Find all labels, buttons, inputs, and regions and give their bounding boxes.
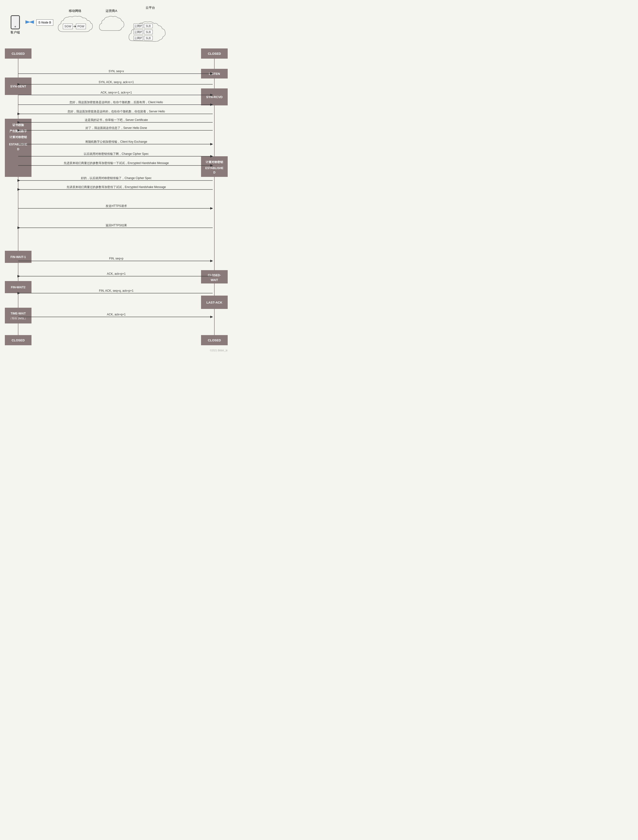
carrier-cloud: 运营商A [98, 9, 125, 36]
svg-text:ACK, ack=p+1: ACK, ack=p+1 [107, 272, 126, 275]
svg-text:SLB: SLB [146, 30, 151, 33]
svg-text:SGW: SGW [65, 25, 71, 28]
svg-text:ACK, ack=q+1: ACK, ack=q+1 [107, 313, 126, 316]
signal-arrow [25, 18, 34, 27]
client-label: 客户端 [10, 30, 20, 35]
cloud-platform: 云平台 公网IP SLB 公网IP SLB 公网IP SLB [128, 6, 172, 44]
cloud-platform-label: 云平台 [128, 6, 172, 10]
svg-text:FIN-WAIT-1: FIN-WAIT-1 [10, 255, 26, 259]
svg-marker-1 [29, 21, 34, 24]
svg-text:SLB: SLB [146, 36, 151, 40]
svg-text:计算对称密钥: 计算对称密钥 [9, 135, 27, 139]
svg-text:SYN-SENT: SYN-SENT [10, 85, 26, 88]
cloud-svg-carrier [98, 14, 125, 35]
svg-text:SYN-RCVD: SYN-RCVD [206, 95, 223, 99]
svg-text:您好，我这面加密套路是这样的，也给你个随机数，你也留着，Se: 您好，我这面加密套路是这样的，也给你个随机数，你也留着，Server Hello [67, 110, 165, 113]
svg-text:ESTABLISHE: ESTABLISHE [9, 143, 27, 146]
svg-text:这是我的证书，你审核一下吧，Server Certifica: 这是我的证书，你审核一下吧，Server Certificate [85, 118, 148, 122]
svg-text:CLOSED: CLOSED [12, 339, 25, 342]
mobile-network-label: 移动网络 [56, 9, 95, 13]
svg-text:TIME-WAIT: TIME-WAIT [11, 312, 26, 315]
svg-text:FIN-WAIT2: FIN-WAIT2 [11, 286, 25, 289]
svg-text:CLOSED: CLOSED [208, 339, 221, 342]
svg-text:CLOSED: CLOSED [12, 52, 25, 55]
svg-text:计算对称密钥: 计算对称密钥 [206, 160, 223, 164]
svg-text:返回HTTPS结果: 返回HTTPS结果 [106, 224, 127, 227]
svg-text:好的，以后就用对称密钥传输了，Change Cipher S: 好的，以后就用对称密钥传输了，Change Cipher Spec [81, 176, 152, 180]
svg-text:FIN, seq=p: FIN, seq=p [109, 257, 123, 260]
page-container: 客户端 E-Node B 移动网络 SGW [0, 0, 232, 353]
svg-text:ACK, seq=x+1, ack=y+1: ACK, seq=x+1, ack=y+1 [101, 91, 132, 94]
svg-text:PGW: PGW [77, 25, 85, 28]
carrier-label: 运营商A [98, 9, 125, 13]
sequence-diagram: CLOSED SYN-SENT 证书校验 产生随机数字 计算对称密钥 ESTAB… [0, 46, 232, 349]
svg-text:先讲原来咱们商量过的参数等加密传了试试，Encrypted : 先讲原来咱们商量过的参数等加密传了试试，Encrypted Handshake … [66, 185, 166, 189]
svg-text:SLB: SLB [146, 24, 151, 27]
svg-text:证书校验: 证书校验 [13, 123, 24, 127]
seq-svg: CLOSED SYN-SENT 证书校验 产生随机数字 计算对称密钥 ESTAB… [5, 49, 228, 346]
cloud-svg-mobile: SGW PGW [56, 14, 95, 38]
svg-text:D: D [17, 147, 19, 151]
svg-text:以后就用对称密钥传输了啊，Change Cipher Spe: 以后就用对称密钥传输了啊，Change Cipher Spec [84, 152, 148, 155]
svg-text:先进原来咱们商量过的参数等加密传输一下试试，Encrypte: 先进原来咱们商量过的参数等加密传输一下试试，Encrypted Handshak… [64, 161, 169, 165]
svg-rect-38 [5, 308, 32, 323]
svg-text:（等待 2MSL）: （等待 2MSL） [9, 317, 27, 320]
svg-text:FIN, ACK, seq=q, ack=p+1: FIN, ACK, seq=q, ack=p+1 [99, 289, 134, 293]
network-diagram: 客户端 E-Node B 移动网络 SGW [0, 0, 232, 46]
svg-text:公网IP: 公网IP [134, 30, 142, 33]
enode-box: E-Node B [36, 19, 53, 26]
client-device: 客户端 [7, 15, 23, 35]
svg-text:您好，我这面加密套路是这样的，给你个随机数，后面有用，Cli: 您好，我这面加密套路是这样的，给你个随机数，后面有用，Client Hello [69, 101, 163, 104]
svg-text:CLOSED: CLOSED [208, 52, 221, 55]
svg-text:公网IP: 公网IP [134, 24, 142, 27]
svg-text:CLOSED-: CLOSED- [208, 274, 221, 277]
phone-icon [11, 15, 20, 29]
svg-text:SYN, seq=x: SYN, seq=x [109, 70, 124, 73]
svg-text:D: D [213, 171, 216, 174]
svg-text:将随机数字公钥加密传输，Client Key Exchang: 将随机数字公钥加密传输，Client Key Exchange [85, 140, 147, 144]
svg-text:WAIT: WAIT [211, 278, 218, 282]
watermark: ©2021 Bilibili_冰 [0, 349, 232, 353]
svg-text:发送HTTPS请求: 发送HTTPS请求 [106, 204, 127, 208]
svg-text:SYN, ACK, seq=y, ack=x+1: SYN, ACK, seq=y, ack=x+1 [99, 81, 134, 84]
svg-text:好了，我这面就这些信息了，Server Hello Done: 好了，我这面就这些信息了，Server Hello Done [85, 126, 147, 130]
svg-text:公网IP: 公网IP [134, 36, 142, 40]
svg-text:产生随机数字: 产生随机数字 [9, 130, 27, 133]
mobile-network-cloud: 移动网络 SGW PGW [56, 9, 95, 39]
svg-text:ESTABLISHE: ESTABLISHE [205, 166, 223, 170]
svg-text:LAST-ACK: LAST-ACK [206, 301, 223, 304]
cloud-svg-platform: 公网IP SLB 公网IP SLB 公网IP SLB [128, 10, 172, 43]
